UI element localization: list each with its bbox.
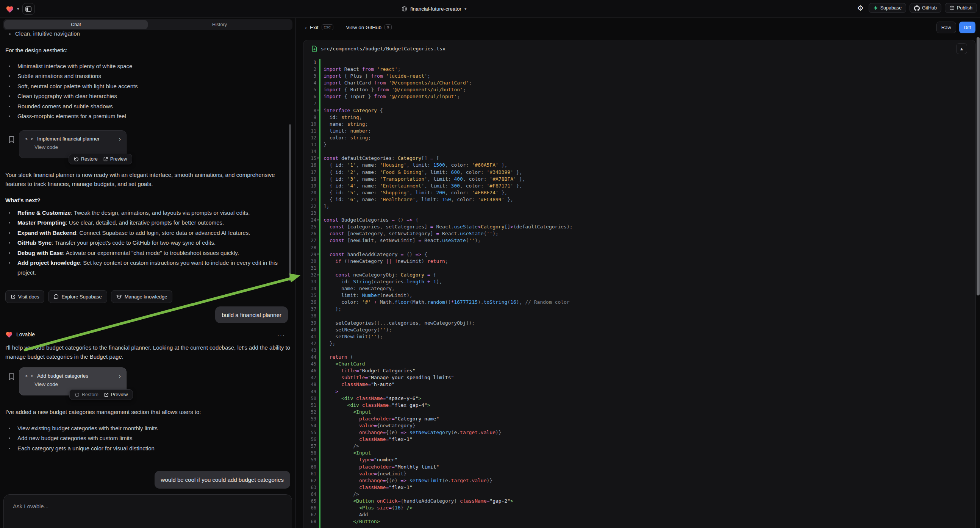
- assistant-header: Lovable: [5, 331, 35, 338]
- publish-globe-icon: [949, 5, 955, 11]
- code-line: 8∨interface Category {: [304, 107, 975, 114]
- code-line: 37 };: [304, 306, 975, 312]
- code-line: 6import { Input } from '@/components/ui/…: [304, 93, 975, 100]
- external-link-icon: [11, 294, 16, 299]
- code-line: 20 { id: '5', name: 'Shopping', limit: 2…: [304, 189, 975, 196]
- external-link-icon: [104, 393, 109, 397]
- raw-button[interactable]: Raw: [936, 22, 956, 33]
- assistant-reply-intro: I'll help you add budget categories to t…: [5, 343, 292, 361]
- code-line: 3import { Plus } from 'lucide-react';: [304, 73, 975, 80]
- list-item: Add new budget categories with custom li…: [5, 433, 288, 443]
- code-line: 25 const [categories, setCategories] = R…: [304, 223, 975, 230]
- code-line: 27 const [newLimit, setNewLimit] = React…: [304, 237, 975, 244]
- view-code-link[interactable]: View code: [19, 142, 126, 150]
- project-name[interactable]: financial-future-creator: [410, 6, 461, 12]
- code-line: 35 limit: Number(newLimit),: [304, 292, 975, 299]
- list-item: Rounded corners and subtle shadows: [5, 102, 290, 111]
- supabase-button[interactable]: Supabase: [869, 3, 906, 13]
- back-chevron-icon[interactable]: ‹: [305, 24, 307, 31]
- file-card: src/components/budget/BudgetCategories.t…: [303, 40, 976, 528]
- collapse-file-button[interactable]: ▲: [956, 43, 967, 54]
- user-message: would be cool if you could add budget ca…: [154, 471, 290, 488]
- visit-docs-button[interactable]: Visit docs: [5, 290, 45, 303]
- code-line: 61 value={newLimit}: [304, 471, 975, 477]
- code-line: 66 <Plus size={16} />: [304, 504, 975, 511]
- code-line: 58 <Input: [304, 450, 975, 456]
- raw-diff-toggle: Raw Diff: [936, 22, 975, 33]
- github-icon: [914, 5, 920, 11]
- lovable-heart-logo[interactable]: [6, 5, 14, 13]
- restore-button[interactable]: Restore: [75, 392, 99, 397]
- code-line: 52 <Input: [304, 409, 975, 415]
- chevron-right-icon: ›: [119, 135, 121, 142]
- panel-divider[interactable]: [296, 18, 296, 528]
- chat-scrollbar[interactable]: [289, 124, 291, 281]
- restore-preview-toolbar: Restore Preview: [69, 390, 133, 400]
- preview-button[interactable]: Preview: [103, 156, 127, 162]
- code-line: 59 type="number": [304, 456, 975, 463]
- file-path-bar[interactable]: src/components/budget/BudgetCategories.t…: [304, 40, 975, 57]
- code-line: 44 return (: [304, 354, 975, 361]
- tab-chat[interactable]: Chat: [4, 20, 148, 29]
- restore-icon: [75, 393, 80, 397]
- code-line: 62 onChange={(e) => setNewLimit(e.target…: [304, 477, 975, 484]
- reply-bullet-list: View existing budget categories with the…: [5, 423, 288, 453]
- list-item: Refine & Customize: Tweak the design, an…: [5, 208, 288, 218]
- chat-history-tabs: Chat History: [3, 19, 293, 30]
- list-item: GitHub Sync: Transfer your project's cod…: [5, 238, 288, 248]
- manage-knowledge-button[interactable]: Manage knowledge: [111, 290, 173, 303]
- tab-history[interactable]: History: [148, 20, 291, 29]
- top-bar: ▾ financial-future-creator ▾ ⚙: [0, 0, 980, 18]
- code-line: 12 color: string;: [304, 134, 975, 141]
- explore-supabase-button[interactable]: Explore Supabase: [48, 290, 107, 303]
- code-line: 43: [304, 347, 975, 354]
- code-line: 26 const [newCategory, setNewCategory] =…: [304, 230, 975, 237]
- publish-label: Publish: [957, 5, 972, 11]
- code-line: 57 />: [304, 443, 975, 450]
- chat-panel: Chat History Clean, intuitive navigation…: [0, 18, 296, 528]
- diff-button[interactable]: Diff: [959, 22, 975, 33]
- quick-actions: Visit docs Explore Supabase Manage knowl…: [5, 290, 172, 303]
- assistant-reply-summary: I've added a new budget categories manag…: [5, 407, 292, 417]
- chat-input-box[interactable]: Ask Lovable... Attach Edit Default ⌄ ↑: [3, 494, 292, 528]
- code-line: 2import React from 'react';: [304, 66, 975, 73]
- exit-button[interactable]: Exit: [310, 25, 318, 30]
- chat-bubble-icon: [53, 294, 59, 299]
- bookmark-icon[interactable]: [9, 136, 14, 143]
- code-line: 39 setCategories([...categories, newCate…: [304, 320, 975, 326]
- list-item: Glass-morphic elements for a premium fee…: [5, 111, 290, 121]
- message-menu-button[interactable]: ···: [277, 331, 285, 338]
- view-code-link[interactable]: View code: [19, 379, 126, 387]
- code-line: 9 id: string;: [304, 114, 975, 121]
- code-line: 56 className="flex-1": [304, 436, 975, 443]
- list-item: Soft, neutral color palette with light b…: [5, 81, 290, 91]
- preview-button[interactable]: Preview: [104, 392, 128, 397]
- code-line: 22];: [304, 203, 975, 210]
- logo-chevron-down-icon[interactable]: ▾: [17, 6, 19, 11]
- settings-gear-icon[interactable]: ⚙: [856, 4, 865, 13]
- project-globe-icon: [401, 6, 407, 12]
- project-chevron-down-icon[interactable]: ▾: [465, 6, 467, 11]
- publish-button[interactable]: Publish: [945, 3, 977, 13]
- github-label: GitHub: [922, 5, 937, 11]
- bullet-dot: [9, 33, 11, 35]
- code-line: 29∨ const handleAddCategory = () => {: [304, 251, 975, 258]
- code-line: 38: [304, 312, 975, 319]
- edit-card-title: Implement financial planner: [37, 136, 116, 142]
- github-button[interactable]: GitHub: [910, 3, 941, 13]
- view-on-github-button[interactable]: View on GitHub: [346, 25, 382, 30]
- bookmark-icon[interactable]: [9, 373, 14, 380]
- code-line: 34 name: newCategory,: [304, 285, 975, 292]
- code-line: 53 placeholder="Category name": [304, 415, 975, 422]
- code-line: 30 if (!newCategory || !newLimit) return…: [304, 258, 975, 265]
- restore-button[interactable]: Restore: [74, 156, 98, 162]
- code-line: 1: [304, 59, 975, 66]
- code-line: 32∨ const newCategoryObj: Category = {: [304, 272, 975, 278]
- code-editor[interactable]: 12import React from 'react';3import { Pl…: [304, 59, 975, 525]
- code-line: 33 id: String(categories.length + 1),: [304, 278, 975, 285]
- list-item: Debug with Ease: Activate our experiment…: [5, 248, 288, 258]
- code-line: 68 </Button>: [304, 518, 975, 525]
- code-scrollbar[interactable]: [977, 37, 980, 296]
- list-item: Subtle animations and transitions: [5, 71, 290, 81]
- toggle-sidebar-button[interactable]: [22, 3, 35, 15]
